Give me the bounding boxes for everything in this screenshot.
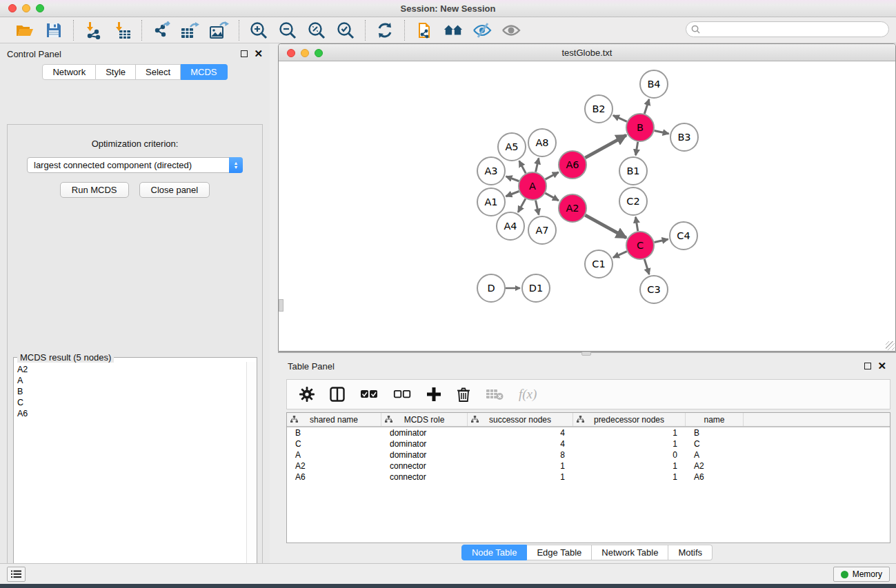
edge-A-A1[interactable] <box>506 192 519 196</box>
edge-A-A6[interactable] <box>546 172 559 179</box>
node-A[interactable]: A <box>519 172 546 200</box>
edge-A-A8[interactable] <box>536 158 539 172</box>
table-cell[interactable]: A <box>287 449 381 460</box>
node-A8[interactable]: A8 <box>528 129 556 156</box>
window-resize-grip-icon[interactable] <box>886 341 895 350</box>
table-cell[interactable]: C <box>287 438 381 449</box>
memory-button[interactable]: Memory <box>833 567 890 582</box>
edge-A-A2[interactable] <box>545 193 558 201</box>
table-cell[interactable]: 8 <box>468 449 573 460</box>
edge-B-B1[interactable] <box>636 142 638 156</box>
import-network-icon[interactable] <box>83 21 103 40</box>
table-cell[interactable]: A2 <box>686 460 744 472</box>
zoom-in-icon[interactable] <box>249 21 268 40</box>
result-item[interactable]: A <box>17 375 243 386</box>
select-all-icon[interactable] <box>360 389 378 399</box>
table-cell[interactable]: A2 <box>287 460 381 472</box>
node-C2[interactable]: C2 <box>619 187 647 215</box>
result-item[interactable]: B <box>17 386 243 397</box>
edge-C-C3[interactable] <box>644 259 649 274</box>
edge-A2-C[interactable] <box>585 215 626 238</box>
node-A5[interactable]: A5 <box>498 133 526 161</box>
hide-eye-icon[interactable] <box>472 21 492 40</box>
node-A2[interactable]: A2 <box>559 194 586 222</box>
mcds-result-list[interactable]: A2ABCA6 <box>14 362 246 588</box>
table-cell[interactable]: 1 <box>573 460 686 472</box>
network-canvas[interactable]: B4B2BB3A8A5A6B1A3AA1C2A2A4A7C4CC1C3DD1 <box>279 61 895 351</box>
edge-B-B3[interactable] <box>655 130 669 134</box>
function-icon[interactable]: f(x) <box>519 387 537 402</box>
export-network-icon[interactable] <box>152 21 171 40</box>
export-image-icon[interactable] <box>210 21 229 40</box>
edge-C-C4[interactable] <box>654 239 668 242</box>
node-B3[interactable]: B3 <box>670 123 698 151</box>
table-cell[interactable]: 1 <box>468 472 573 483</box>
delete-table-icon[interactable] <box>486 388 504 401</box>
run-mcds-button[interactable]: Run MCDS <box>60 182 129 198</box>
table-cell[interactable]: connector <box>381 472 468 483</box>
search-input[interactable] <box>700 25 888 34</box>
tab-motifs[interactable]: Motifs <box>668 545 713 560</box>
minimize-network-window-button[interactable] <box>301 49 309 57</box>
tab-node-table[interactable]: Node Table <box>461 545 528 560</box>
column-header-name[interactable]: name <box>686 413 744 426</box>
network-window-titlebar[interactable]: testGlobe.txt <box>279 44 895 61</box>
canvas-grip[interactable] <box>279 299 283 312</box>
add-column-icon[interactable] <box>426 387 441 402</box>
table-cell[interactable]: C <box>686 438 744 449</box>
result-scrollbar[interactable] <box>246 362 256 588</box>
tab-select[interactable]: Select <box>136 64 181 80</box>
table-cell[interactable]: connector <box>381 460 468 472</box>
delete-icon[interactable] <box>457 387 470 403</box>
float-panel-icon[interactable] <box>241 50 248 57</box>
node-C4[interactable]: C4 <box>670 222 697 250</box>
zoom-out-icon[interactable] <box>278 21 297 40</box>
table-cell[interactable]: 1 <box>573 427 686 438</box>
node-A7[interactable]: A7 <box>528 216 556 244</box>
edge-B-B2[interactable] <box>613 115 627 121</box>
zoom-network-window-button[interactable] <box>315 49 323 57</box>
task-history-button[interactable] <box>7 567 26 582</box>
close-panel-button[interactable]: Close panel <box>139 182 210 198</box>
close-table-panel-icon[interactable]: ✕ <box>877 363 886 369</box>
node-A6[interactable]: A6 <box>559 151 586 179</box>
zoom-selected-icon[interactable] <box>336 21 355 40</box>
import-table-icon[interactable] <box>112 21 132 40</box>
edge-B-B4[interactable] <box>644 99 649 114</box>
result-item[interactable]: C <box>17 397 243 408</box>
table-cell[interactable]: A6 <box>686 472 744 483</box>
table-row[interactable]: Bdominator41B <box>287 427 890 438</box>
table-cell[interactable]: B <box>287 427 381 438</box>
result-item[interactable]: A2 <box>17 364 243 375</box>
optimization-criterion-dropdown[interactable]: largest connected component (directed) ▲… <box>27 157 243 173</box>
tab-style[interactable]: Style <box>96 64 136 80</box>
close-panel-icon[interactable]: ✕ <box>254 50 263 57</box>
node-C1[interactable]: C1 <box>585 250 613 278</box>
edge-C-C1[interactable] <box>613 252 627 258</box>
node-B1[interactable]: B1 <box>619 157 647 185</box>
node-C[interactable]: C <box>626 232 654 259</box>
gear-icon[interactable] <box>299 387 315 402</box>
node-C3[interactable]: C3 <box>640 276 668 303</box>
tab-mcds[interactable]: MCDS <box>181 64 227 80</box>
zoom-fit-icon[interactable] <box>307 21 326 40</box>
table-cell[interactable]: 1 <box>468 460 573 472</box>
edge-A-A3[interactable] <box>506 176 519 181</box>
table-cell[interactable]: 0 <box>573 449 686 460</box>
tab-network-table[interactable]: Network Table <box>592 545 668 560</box>
table-cell[interactable]: dominator <box>381 449 468 460</box>
tab-edge-table[interactable]: Edge Table <box>527 545 592 560</box>
table-row[interactable]: A6connector11A6 <box>287 472 890 483</box>
node-B4[interactable]: B4 <box>640 70 668 98</box>
node-A4[interactable]: A4 <box>497 212 524 240</box>
table-cell[interactable]: 4 <box>468 427 573 438</box>
node-A1[interactable]: A1 <box>477 188 505 216</box>
node-A3[interactable]: A3 <box>477 157 505 185</box>
column-header-predecessor-nodes[interactable]: predecessor nodes <box>573 413 686 426</box>
show-eye-icon[interactable] <box>501 21 521 40</box>
tab-network[interactable]: Network <box>42 64 96 80</box>
table-cell[interactable]: B <box>686 427 744 438</box>
result-item[interactable]: A6 <box>17 408 243 419</box>
network-graph[interactable]: B4B2BB3A8A5A6B1A3AA1C2A2A4A7C4CC1C3DD1 <box>279 61 895 351</box>
float-table-panel-icon[interactable] <box>864 363 871 369</box>
